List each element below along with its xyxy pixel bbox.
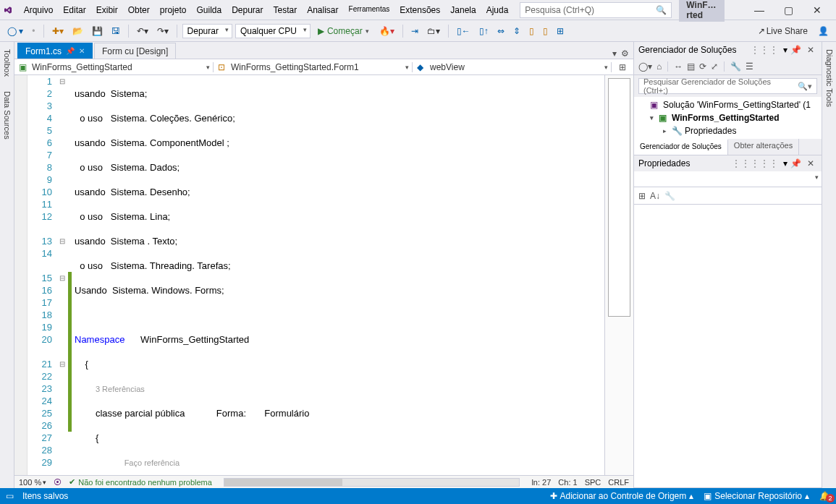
menu-analisar[interactable]: Analisar [303, 2, 342, 18]
h-scrollbar[interactable] [224, 478, 520, 487]
properties-header[interactable]: Propriedades ⋮⋮⋮⋮⋮ ▾ 📌 ✕ [634, 155, 822, 171]
back-icon[interactable]: ◯▾ [638, 61, 652, 72]
grip-icon: ⋮⋮⋮⋮⋮ [732, 158, 779, 168]
step-button[interactable]: ⇥ [408, 24, 421, 38]
datasources-tab[interactable]: Data Sources [1, 88, 12, 142]
combo-text: WinForms_GettingStarted [32, 62, 132, 72]
start-debug-button[interactable]: ▶ Começar ▾ [313, 25, 373, 38]
fold-margin[interactable]: ⊟⊟⊟⊟ [56, 75, 68, 475]
split-editor-button[interactable]: ⊞ [612, 62, 633, 72]
minimize-button[interactable]: — [745, 0, 774, 20]
dist-h-button[interactable]: ⇔ [494, 24, 507, 38]
menu-ferramentas[interactable]: Ferramentas [345, 2, 394, 18]
close-icon[interactable]: ✕ [804, 158, 817, 168]
code-area[interactable]: usando Sistema; o uso Sistema. Coleções.… [72, 75, 604, 475]
align-top-button[interactable]: ▯↑ [476, 24, 491, 38]
class-combo[interactable]: ⊡ WinForms_GettingStarted.Form1 [214, 62, 413, 72]
redo-button[interactable]: ↷▾ [154, 24, 172, 38]
toolbox-tab[interactable]: Toolbox [1, 46, 12, 80]
expander-icon[interactable]: ▾ [647, 114, 656, 121]
tab-form-design[interactable]: Form cu [Design] [94, 43, 176, 59]
pin-icon[interactable]: 📌 [66, 47, 75, 55]
outline-button[interactable]: ▯ [526, 24, 537, 38]
member-combo[interactable]: ◆ webView [413, 62, 612, 72]
code-nav-bar: ▣ WinForms_GettingStarted ⊡ WinForms_Get… [14, 59, 633, 75]
undo-button[interactable]: ↶▾ [134, 24, 151, 38]
notifications-button[interactable]: 🔔 2 [819, 491, 830, 501]
outline2-button[interactable]: ▯ [540, 24, 551, 38]
find-button[interactable]: 🗀▾ [424, 24, 443, 38]
dropdown-icon[interactable]: ▾ [612, 48, 617, 59]
chevron-down-icon[interactable]: ▾ [815, 174, 819, 181]
platform-dropdown[interactable]: Qualquer CPU [235, 24, 311, 38]
showall-icon[interactable]: ▤ [687, 61, 695, 72]
zoom-combo[interactable]: 100 %▾ [19, 478, 46, 487]
menu-extensoes[interactable]: Extensões [395, 2, 444, 18]
nav-back-button[interactable]: ◯ ▾ [4, 24, 26, 38]
repo-select-button[interactable]: ▣ Selecionar Repositório ▴ [704, 491, 809, 501]
menu-janela[interactable]: Janela [446, 2, 480, 18]
menu-testar[interactable]: Testar [269, 2, 302, 18]
share-icon: ↗ [758, 26, 765, 36]
solution-tree[interactable]: ▣ Solução 'WinForms_GettingStarted' (1 ▾… [634, 97, 822, 139]
preview-icon[interactable]: ☰ [746, 61, 753, 72]
tab-button[interactable]: ⊞ [554, 24, 567, 38]
insert-mode: SPC [585, 478, 601, 487]
menu-arquivo[interactable]: Arquivo [20, 2, 58, 18]
menu-ajuda[interactable]: Ajuda [482, 2, 513, 18]
window-controls: — ▢ ✕ [745, 0, 832, 20]
liveshare-button[interactable]: ↗ Live Share [755, 24, 811, 38]
close-icon[interactable]: ✕ [79, 47, 85, 55]
alphabetical-icon[interactable]: A↓ [650, 191, 660, 201]
pin-icon[interactable]: 📌 [788, 45, 804, 55]
close-icon[interactable]: ✕ [804, 45, 817, 55]
pin-icon[interactable]: 📌 [788, 158, 804, 168]
new-item-button[interactable]: ✚▾ [49, 24, 67, 38]
restore-button[interactable]: ▢ [774, 0, 803, 20]
tab-git-changes[interactable]: Obter alterações [728, 139, 799, 155]
home-icon[interactable]: ⌂ [656, 61, 662, 72]
expander-icon[interactable]: ▸ [660, 127, 669, 134]
project-combo[interactable]: ▣ WinForms_GettingStarted [14, 62, 214, 72]
notification-count: 2 [826, 494, 835, 503]
solution-node[interactable]: ▣ Solução 'WinForms_GettingStarted' (1 [634, 98, 822, 111]
csharp-project-icon: ▣ [659, 113, 669, 123]
refresh-icon[interactable]: ⟳ [699, 61, 706, 72]
menu-guilda[interactable]: Guilda [192, 2, 226, 18]
health-icon[interactable]: ⦿ [54, 478, 62, 487]
menu-depurar[interactable]: Depurar [227, 2, 267, 18]
chevron-down-icon: ▾ [366, 27, 369, 35]
open-button[interactable]: 📂 [69, 24, 86, 38]
tab-solution-explorer[interactable]: Gerenciador de Soluções [634, 139, 728, 155]
config-dropdown[interactable]: Depurar [182, 24, 232, 38]
solution-explorer-header[interactable]: Gerenciador de Soluções ⋮⋮⋮ ▾ 📌 ✕ [634, 42, 822, 58]
tab-form1-cs[interactable]: Form1.cs 📌 ✕ [17, 43, 93, 59]
overview-ruler[interactable] [604, 75, 633, 475]
properties-node[interactable]: ▸ 🔧 Propriedades [634, 124, 822, 137]
admin-icon[interactable]: 👤 [815, 24, 832, 38]
close-button[interactable]: ✕ [803, 0, 832, 20]
solution-search[interactable]: Pesquisar Gerenciador de Soluções (Ctrl+… [638, 78, 817, 94]
nav-fwd-button[interactable]: • [29, 24, 38, 38]
gear-icon[interactable]: ⚙ [621, 48, 629, 59]
menu-editar[interactable]: Editar [59, 2, 90, 18]
menu-exibir[interactable]: Exibir [92, 2, 122, 18]
menu-obter[interactable]: Obter [124, 2, 154, 18]
menu-projeto[interactable]: projeto [156, 2, 191, 18]
project-node[interactable]: ▾ ▣ WinForms_GettingStarted [634, 111, 822, 124]
dist-v-button[interactable]: ⇕ [510, 24, 523, 38]
property-wrench-icon[interactable]: 🔧 [664, 191, 675, 201]
code-editor[interactable]: 1234567891011121314151617181920212223242… [14, 75, 633, 475]
sync-icon[interactable]: ↔ [674, 61, 683, 72]
collapse-icon[interactable]: ⤢ [711, 61, 718, 72]
source-control-button[interactable]: ✚ Adicionar ao Controle de Origem ▴ [550, 491, 694, 501]
save-all-button[interactable]: 🖫 [109, 24, 123, 38]
align-left-button[interactable]: ▯← [454, 24, 473, 38]
hot-reload-button[interactable]: 🔥▾ [376, 24, 397, 38]
quick-search[interactable]: Pesquisa (Ctrl+Q) 🔍 [520, 2, 672, 18]
save-button[interactable]: 💾 [89, 24, 106, 38]
categorized-icon[interactable]: ⊞ [638, 191, 646, 201]
diagnostic-tools-tab[interactable]: Diagnostic Tools [824, 46, 835, 110]
search-icon: 🔍 [656, 5, 667, 15]
properties-icon[interactable]: 🔧 [730, 61, 741, 72]
